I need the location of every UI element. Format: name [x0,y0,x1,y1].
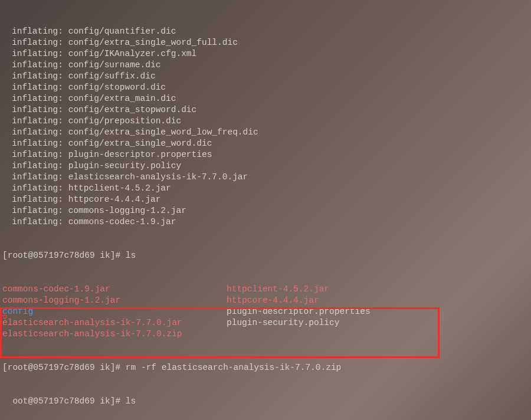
inflate-line: inflating: elasticsearch-analysis-ik-7.7… [2,172,529,183]
ls-file: elasticsearch-analysis-ik-7.7.0.jar [2,317,227,329]
inflate-line: inflating: commons-logging-1.2.jar [2,205,529,216]
inflate-line: inflating: config/suffix.dic [2,71,529,82]
inflate-line: inflating: config/extra_single_word.dic [2,138,529,149]
inflate-block: inflating: config/quantifier.dicinflatin… [2,26,529,228]
inflate-line: inflating: config/extra_stopword.dic [2,104,529,116]
ls-file: plugin-security.policy [227,317,529,329]
ls-file [227,329,529,340]
inflate-line: inflating: commons-codec-1.9.jar [2,216,529,228]
prompt-rm: [root@057197c78d69 ik]# rm -rf elasticse… [2,362,529,373]
inflate-line: inflating: config/extra_single_word_full… [2,37,529,48]
prompt-ls-2: oot@057197c78d69 ik]# ls [2,396,529,407]
terminal-output[interactable]: inflating: config/quantifier.dicinflatin… [0,0,531,420]
prompt-ls-1: [root@057197c78d69 ik]# ls [2,250,529,261]
ls-file: config [2,306,227,317]
ls-file: plugin-descriptor.properties [227,306,529,317]
inflate-line: inflating: config/surname.dic [2,60,529,71]
inflate-line: inflating: config/stopword.dic [2,82,529,93]
ls-row: commons-codec-1.9.jarhttpclient-4.5.2.ja… [2,284,529,295]
ls-file: httpclient-4.5.2.jar [227,284,529,295]
inflate-line: inflating: plugin-security.policy [2,160,529,172]
ls-row: elasticsearch-analysis-ik-7.7.0.zip [2,329,529,340]
inflate-line: inflating: config/extra_main.dic [2,93,529,104]
inflate-line: inflating: plugin-descriptor.properties [2,149,529,160]
inflate-line: inflating: httpclient-4.5.2.jar [2,183,529,194]
inflate-line: inflating: httpcore-4.4.4.jar [2,194,529,205]
inflate-line: inflating: config/quantifier.dic [2,26,529,37]
inflate-line: inflating: config/extra_single_word_low_… [2,127,529,138]
inflate-line: inflating: config/IKAnalyzer.cfg.xml [2,48,529,60]
ls-file: commons-logging-1.2.jar [2,295,227,306]
triangle-icon: ▽ [2,312,7,323]
ls-file: elasticsearch-analysis-ik-7.7.0.zip [2,329,227,340]
ls-row: configplugin-descriptor.properties [2,306,529,317]
ls-file: httpcore-4.4.4.jar [227,295,529,306]
ls-row: commons-logging-1.2.jarhttpcore-4.4.4.ja… [2,295,529,306]
inflate-line: inflating: config/preposition.dic [2,116,529,127]
ls-output-1: commons-codec-1.9.jarhttpclient-4.5.2.ja… [2,284,529,340]
ls-row: elasticsearch-analysis-ik-7.7.0.jarplugi… [2,317,529,329]
ls-file: commons-codec-1.9.jar [2,284,227,295]
